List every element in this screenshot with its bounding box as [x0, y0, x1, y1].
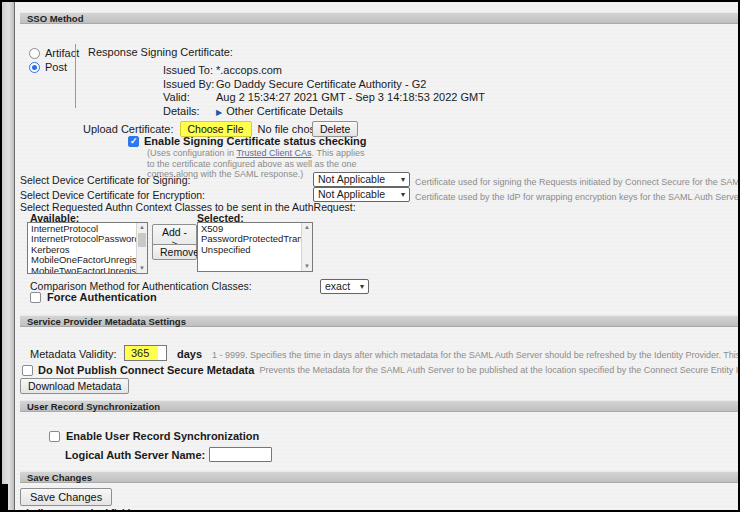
force-authentication-label: Force Authentication — [47, 291, 157, 303]
upload-certificate-label: Upload Certificate: — [83, 123, 174, 135]
radio-artifact-icon[interactable] — [29, 48, 40, 59]
cert-label: Details: — [163, 105, 216, 119]
device-cert-encryption-help: Certificate used by the IdP for wrapping… — [415, 190, 738, 203]
cert-row-details: Details: ▶Other Certificate Details — [163, 105, 485, 119]
certificate-heading: Response Signing Certificate: — [88, 46, 485, 58]
section-header-sso-method: SSO Method — [20, 12, 738, 24]
enable-sync-label: Enable User Record Synchronization — [66, 430, 259, 442]
cert-value: Aug 2 15:34:27 2021 GMT - Sep 3 14:18:53… — [216, 91, 485, 105]
sso-radio-group: Artifact Post — [29, 46, 79, 74]
metadata-validity-help: 1 - 9999. Specifies the time in days aft… — [212, 350, 738, 360]
chevron-down-icon: ▾ — [360, 280, 364, 293]
logical-auth-server-label: Logical Auth Server Name: — [65, 449, 205, 461]
status-checking-checkbox[interactable] — [128, 136, 139, 147]
enable-sync-row[interactable]: Enable User Record Synchronization — [49, 430, 259, 442]
radio-post-icon[interactable] — [29, 62, 40, 73]
scrollbar-thumb[interactable] — [138, 233, 146, 247]
select-value: Not Applicable — [318, 188, 385, 201]
comparison-method-select[interactable]: exact ▾ — [320, 279, 369, 294]
metadata-validity-label: Metadata Validity: — [30, 348, 117, 360]
scrollbar[interactable]: ▲ ▼ — [136, 223, 147, 273]
cert-label: Issued To: — [163, 64, 216, 78]
cert-label: Issued By: — [163, 78, 216, 92]
selected-listbox[interactable]: X509 PasswordProtectedTransport Unspecif… — [197, 222, 313, 272]
cert-label: Valid: — [163, 91, 216, 105]
list-item[interactable]: Unspecified — [201, 245, 298, 255]
status-checking-row[interactable]: Enable Signing Certificate status checki… — [128, 135, 367, 147]
metadata-validity-input[interactable]: 365 — [124, 345, 167, 361]
response-signing-certificate: Response Signing Certificate: Issued To:… — [88, 46, 485, 118]
device-cert-signing-row: Select Device Certificate for Signing: N… — [20, 172, 738, 188]
days-label: days — [177, 348, 202, 360]
content-area: SSO Method Artifact Post Response Signin… — [19, 2, 738, 510]
other-certificate-details-link[interactable]: ▶Other Certificate Details — [216, 105, 343, 119]
scrollbar[interactable]: ▲ ▼ — [301, 223, 312, 271]
section-title: User Record Synchronization — [27, 401, 160, 412]
device-cert-signing-label: Select Device Certificate for Signing: — [20, 173, 190, 188]
cert-value: Go Daddy Secure Certificate Authority - … — [216, 78, 426, 92]
required-field-note: * indicates required field — [20, 507, 130, 512]
enable-sync-checkbox[interactable] — [49, 431, 60, 442]
cert-row-issued-by: Issued By: Go Daddy Secure Certificate A… — [163, 78, 485, 92]
force-authentication-row[interactable]: Force Authentication — [30, 291, 157, 303]
details-link-label: Other Certificate Details — [226, 105, 343, 117]
expand-triangle-icon[interactable]: ▶ — [216, 108, 222, 117]
scroll-down-icon[interactable]: ▼ — [137, 264, 147, 273]
no-publish-row: Do Not Publish Connect Secure Metadata P… — [22, 363, 738, 377]
radio-post-label: Post — [45, 61, 67, 73]
note-text: (Uses configuration in — [147, 148, 236, 158]
metadata-validity-value: 365 — [125, 346, 158, 360]
no-publish-checkbox[interactable] — [22, 365, 33, 376]
note-text: . This applies — [312, 148, 365, 158]
scroll-down-icon[interactable]: ▼ — [302, 262, 312, 271]
device-cert-signing-select[interactable]: Not Applicable ▾ — [313, 172, 410, 187]
corner-artifact — [2, 484, 8, 510]
logical-auth-server-row: Logical Auth Server Name: — [65, 447, 272, 462]
cert-row-issued-to: Issued To: *.accops.com — [163, 64, 485, 78]
radio-post[interactable]: Post — [29, 60, 79, 74]
available-listbox[interactable]: InternetProtocol InternetProtocolPasswor… — [27, 222, 148, 274]
select-value: exact — [325, 280, 350, 293]
section-header-save-changes: Save Changes — [20, 471, 738, 483]
logical-auth-server-input[interactable] — [209, 447, 272, 462]
download-metadata-button[interactable]: Download Metadata — [20, 378, 129, 394]
no-publish-help: Prevents the Metadata for the SAML Auth … — [259, 365, 738, 375]
divider — [75, 44, 76, 108]
device-cert-encryption-select[interactable]: Not Applicable ▾ — [313, 187, 410, 202]
section-title: Service Provider Metadata Settings — [27, 316, 186, 327]
metadata-validity-row: Metadata Validity: 365 days 1 - 9999. Sp… — [30, 345, 738, 362]
trusted-client-cas-link[interactable]: Trusted Client CAs — [236, 148, 311, 158]
status-checking-label: Enable Signing Certificate status checki… — [144, 135, 367, 147]
list-item[interactable]: MobileTwoFactorUnregistered — [31, 266, 133, 274]
scroll-up-icon[interactable]: ▲ — [302, 223, 312, 232]
page-left-margin — [2, 2, 15, 510]
cert-row-valid: Valid: Aug 2 15:34:27 2021 GMT - Sep 3 1… — [163, 91, 485, 105]
chevron-down-icon: ▾ — [401, 173, 405, 186]
scroll-up-icon[interactable]: ▲ — [137, 223, 147, 232]
force-authentication-checkbox[interactable] — [30, 292, 41, 303]
chevron-down-icon: ▾ — [401, 188, 405, 201]
section-header-user-record: User Record Synchronization — [20, 400, 738, 412]
section-title: SSO Method — [27, 13, 83, 24]
settings-page: SSO Method Artifact Post Response Signin… — [0, 0, 740, 512]
no-publish-label: Do Not Publish Connect Secure Metadata — [38, 364, 254, 376]
radio-artifact[interactable]: Artifact — [29, 46, 79, 60]
section-header-sp-metadata: Service Provider Metadata Settings — [20, 315, 738, 327]
section-title: Save Changes — [27, 472, 92, 483]
note-text: to the certificate configured above as w… — [147, 159, 364, 170]
remove-button[interactable]: Remove — [152, 244, 197, 260]
select-value: Not Applicable — [318, 173, 385, 186]
cert-value: *.accops.com — [216, 64, 282, 78]
save-changes-button[interactable]: Save Changes — [20, 488, 112, 506]
